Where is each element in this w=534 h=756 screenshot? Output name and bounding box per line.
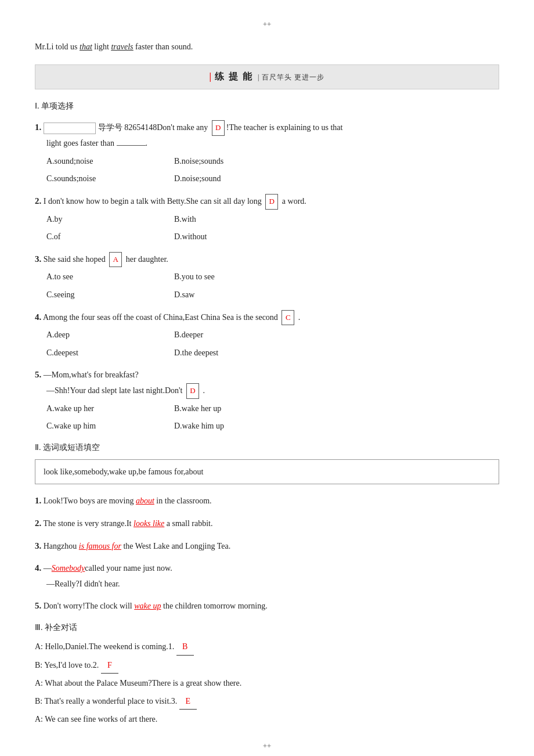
d1-speaker: A: [35, 642, 43, 651]
intro-end: faster than sound. [135, 42, 193, 51]
q1-input-box [44, 123, 96, 134]
q5-answer: D [186, 383, 199, 399]
s2-q4-answer: Somebody [52, 564, 85, 573]
question-5: 5. —Mom,what's for breakfast? —Shh!Your … [35, 366, 499, 434]
s2-q4-suffix: called your name just now. [85, 564, 172, 573]
d2-text: Yes,I'd love to.2. [44, 661, 99, 669]
question-3: 3. She said she hoped A her daughter. A.… [35, 251, 499, 303]
intro-text: Mr.Li told us [35, 42, 78, 51]
dialogue-3: A: What about the Palace Museum?There is… [35, 676, 499, 692]
q1-suffix: !The teacher is explaining to us that [226, 123, 343, 132]
q5-opt-b: B.wake her up [174, 401, 267, 417]
q5-q1: —Mom,what's for breakfast? [44, 370, 139, 379]
q5-q2: —Shh!Your dad slept late last night.Don'… [46, 383, 499, 399]
q2-opt-a: A.by [46, 212, 139, 228]
q4-opt-b: B.deeper [174, 327, 267, 343]
question-1: 1. 导学号 82654148Don't make any D!The teac… [35, 119, 499, 186]
question-2: 2. I don't know how to begin a talk with… [35, 193, 499, 245]
q4-opt-a: A.deep [46, 327, 139, 343]
q3-opt-d: D.saw [174, 287, 267, 303]
banner-bar: | [210, 71, 213, 81]
q3-answer: A [109, 252, 122, 268]
s2-q3-answer: is famous for [79, 542, 121, 550]
q5-opt-d: D.wake him up [174, 419, 267, 434]
d2-answer: F [101, 658, 118, 674]
q4-text: Among the four seas off the coast of Chi… [43, 313, 278, 322]
q1-options: A.sound;noise B.noise;sounds [46, 154, 499, 170]
dialogue-2: B: Yes,I'd love to.2. F [35, 658, 499, 674]
s2-q4-prefix: — [44, 564, 52, 573]
q4-opt-c: C.deepest [46, 345, 139, 361]
question-4: 4. Among the four seas off the coast of … [35, 309, 499, 361]
d3-text: What about the Palace Museum?There is a … [45, 679, 241, 687]
d5-speaker: A: [35, 715, 43, 723]
s2-question-4: 4. —Somebodycalled your name just now. —… [35, 560, 499, 592]
q3-options: A.to see B.you to see [46, 269, 499, 285]
s2-question-2: 2. The stone is very strange.It looks li… [35, 515, 499, 532]
word-bank: look like,somebody,wake up,be famous for… [35, 459, 499, 484]
banner-sub: | 百尺竿头 更进一步 [258, 73, 324, 81]
d1-text: Hello,Daniel.The weekend is coming.1. [45, 642, 175, 651]
q1-opt-a: A.sound;noise [46, 154, 139, 170]
q3-options2: C.seeing D.saw [46, 287, 499, 303]
q1-opt-d: D.noise;sound [174, 171, 267, 187]
s2-q3-prefix: Hangzhou [44, 542, 77, 550]
q5-options2: C.wake up him D.wake him up [46, 419, 499, 434]
q5-options: A.wake up her B.wake her up [46, 401, 499, 417]
s2-q1-prefix: Look!Two boys are moving [44, 496, 134, 505]
q3-text: She said she hoped [44, 255, 106, 264]
q2-text: I don't know how to begin a talk with Be… [44, 197, 262, 206]
q4-answer: C [282, 310, 294, 326]
q1-opt-c: C.sounds;noise [46, 171, 139, 187]
d4-speaker: B: [35, 697, 42, 705]
q1-prefix: 导学号 82654148Don't make any [98, 123, 210, 132]
d4-text: That's really a wonderful place to visit… [44, 697, 177, 705]
q2-options: A.by B.with [46, 212, 499, 228]
q3-opt-c: C.seeing [46, 287, 139, 303]
s2-q1-num: 1. [35, 496, 41, 505]
section3-title: Ⅲ. 补全对话 [35, 620, 499, 635]
blank-travels: travels [111, 42, 135, 51]
blank-that: that [80, 42, 94, 51]
s2-q5-num: 5. [35, 601, 41, 610]
q3-num: 3. [35, 254, 41, 264]
q2-num: 2. [35, 196, 41, 206]
q2-opt-c: C.of [46, 229, 139, 245]
q5-opt-a: A.wake up her [46, 401, 139, 417]
q4-opt-d: D.the deepest [174, 345, 267, 361]
q4-end: . [298, 313, 301, 322]
d4-answer: E [179, 694, 197, 710]
s2-question-5: 5. Don't worry!The clock will wake up th… [35, 597, 499, 614]
q2-opt-b: B.with [174, 212, 267, 228]
q1-options2: C.sounds;noise D.noise;sound [46, 171, 499, 187]
s2-q1-suffix: in the classroom. [156, 496, 211, 505]
dialogue-4: B: That's really a wonderful place to vi… [35, 694, 499, 710]
banner-title: 练 提 能 [215, 71, 253, 81]
section1-title: Ⅰ. 单项选择 [35, 99, 499, 113]
section2-title: Ⅱ. 选词或短语填空 [35, 440, 499, 455]
q5-num: 5. [35, 370, 41, 379]
q1-answer: D [212, 120, 225, 136]
s2-q4-num: 4. [35, 563, 41, 573]
s2-q2-prefix: The stone is very strange.It [44, 519, 132, 528]
s2-question-1: 1. Look!Two boys are moving about in the… [35, 492, 499, 509]
q2-opt-d: D.without [174, 229, 267, 245]
s2-q3-suffix: the West Lake and Longjing Tea. [123, 542, 230, 550]
s2-q3-num: 3. [35, 541, 41, 550]
q1-opt-b: B.noise;sounds [174, 154, 267, 170]
section-banner: |练 提 能| 百尺竿头 更进一步 [35, 64, 499, 89]
q4-options: A.deep B.deeper [46, 327, 499, 343]
s2-q4-extra: —Really?I didn't hear. [46, 577, 499, 592]
dialogue-5: A: We can see fine works of art there. [35, 712, 499, 728]
q4-options2: C.deepest D.the deepest [46, 345, 499, 361]
d1-answer: B [176, 639, 194, 656]
s2-q2-num: 2. [35, 519, 41, 528]
q3-opt-b: B.you to see [174, 269, 267, 285]
top-marker: ++ [35, 17, 499, 31]
q1-num: 1. [35, 123, 41, 132]
intro-light: light [94, 42, 109, 51]
s2-q5-prefix: Don't worry!The clock will [44, 602, 132, 610]
s2-q5-answer: wake up [134, 602, 161, 610]
s2-question-3: 3. Hangzhou is famous for the West Lake … [35, 538, 499, 555]
q2-answer: D [265, 194, 278, 210]
